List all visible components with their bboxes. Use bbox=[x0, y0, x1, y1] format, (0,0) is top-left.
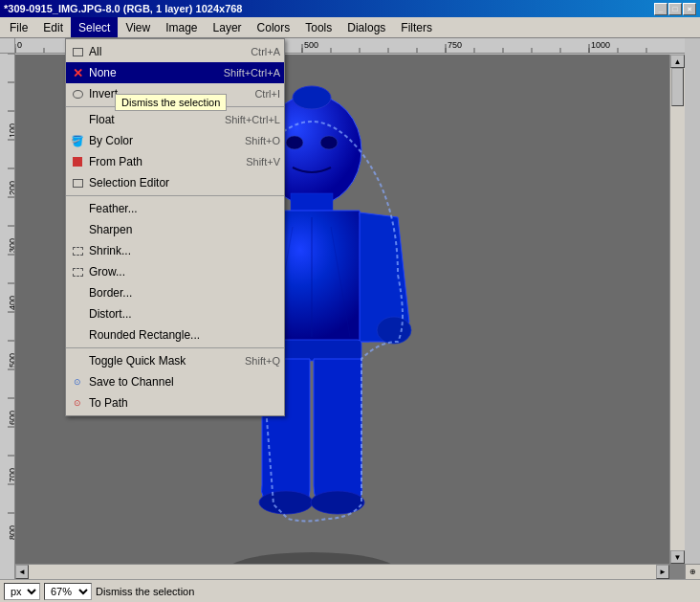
x-icon: ✕ bbox=[73, 67, 83, 79]
menu-item-grow[interactable]: Grow... bbox=[66, 261, 284, 282]
menu-item-none[interactable]: ✕ None Shift+Ctrl+A bbox=[66, 62, 284, 83]
scroll-right-button[interactable]: ► bbox=[656, 565, 669, 579]
tooltip-text: Dismiss the selection bbox=[121, 97, 220, 108]
save-channel-icon: ⊙ bbox=[70, 374, 85, 390]
scroll-up-button[interactable]: ▲ bbox=[670, 55, 685, 68]
rounded-rectangle-label: Rounded Rectangle... bbox=[89, 328, 280, 342]
menu-item-save-to-channel[interactable]: ⊙ Save to Channel bbox=[66, 371, 284, 392]
none-icon: ✕ bbox=[70, 65, 85, 80]
feather-label: Feather... bbox=[89, 202, 280, 215]
from-path-label: From Path bbox=[89, 155, 238, 168]
ruler-v-canvas bbox=[0, 54, 15, 579]
menu-item-shrink[interactable]: Shrink... bbox=[66, 240, 284, 261]
window-controls[interactable]: _ □ × bbox=[654, 3, 696, 15]
from-path-shortcut: Shift+V bbox=[246, 156, 280, 167]
border-label: Border... bbox=[89, 286, 280, 300]
by-color-icon: 🪣 bbox=[70, 133, 85, 148]
menu-select[interactable]: Select bbox=[71, 17, 118, 37]
path-icon: ⊙ bbox=[74, 398, 81, 408]
selection-editor-icon bbox=[70, 175, 85, 190]
svg-point-0 bbox=[226, 552, 398, 564]
menu-filters[interactable]: Filters bbox=[393, 17, 440, 37]
svg-point-13 bbox=[320, 136, 338, 149]
menu-item-float[interactable]: Float Shift+Ctrl+L bbox=[66, 109, 284, 130]
to-path-icon: ⊙ bbox=[70, 395, 85, 411]
grow-icon bbox=[70, 264, 85, 279]
svg-point-10 bbox=[259, 491, 313, 514]
window-title: *309-0915_IMG.JPG-8.0 (RGB, 1 layer) 102… bbox=[4, 3, 242, 14]
menu-dialogs[interactable]: Dialogs bbox=[339, 17, 393, 37]
menu-tools[interactable]: Tools bbox=[297, 17, 339, 37]
svg-point-12 bbox=[286, 136, 303, 149]
menu-section-3: Feather... Sharpen Shrink... Grow... Bor… bbox=[66, 196, 284, 348]
menu-item-to-path[interactable]: ⊙ To Path bbox=[66, 392, 284, 413]
menu-item-border[interactable]: Border... bbox=[66, 282, 284, 303]
menu-section-4: Toggle Quick Mask Shift+Q ⊙ Save to Chan… bbox=[66, 348, 284, 415]
scroll-down-button[interactable]: ▼ bbox=[670, 550, 685, 564]
menu-layer[interactable]: Layer bbox=[206, 17, 250, 37]
distort-label: Distort... bbox=[89, 307, 280, 321]
none-shortcut: Shift+Ctrl+A bbox=[224, 67, 280, 78]
menu-item-by-color[interactable]: 🪣 By Color Shift+O bbox=[66, 130, 284, 151]
status-bar: px cm in % 25% 50% 67% 100% Dismiss the … bbox=[0, 579, 700, 602]
channel-icon: ⊙ bbox=[74, 377, 81, 387]
ruler-vertical bbox=[0, 54, 15, 579]
shrink-icon bbox=[70, 243, 85, 258]
ellipse-icon bbox=[73, 90, 83, 99]
ruler-corner bbox=[0, 38, 15, 54]
all-shortcut: Ctrl+A bbox=[251, 46, 280, 57]
quick-mask-icon bbox=[70, 353, 85, 368]
all-icon bbox=[70, 44, 85, 59]
all-label: All bbox=[89, 45, 243, 58]
menu-bar: File Edit Select View Image Layer Colors… bbox=[0, 17, 700, 38]
toggle-quick-mask-label: Toggle Quick Mask bbox=[89, 354, 237, 368]
menu-item-toggle-quick-mask[interactable]: Toggle Quick Mask Shift+Q bbox=[66, 350, 284, 371]
maximize-button[interactable]: □ bbox=[668, 3, 682, 15]
scroll-left-button[interactable]: ◄ bbox=[15, 565, 29, 579]
scrollbar-vertical[interactable]: ▲ ▼ bbox=[669, 55, 685, 564]
menu-section-2: Float Shift+Ctrl+L 🪣 By Color Shift+O Fr… bbox=[66, 107, 284, 196]
distort-icon bbox=[70, 306, 85, 322]
close-button[interactable]: × bbox=[683, 3, 696, 15]
menu-item-from-path[interactable]: From Path Shift+V bbox=[66, 151, 284, 172]
bucket-icon: 🪣 bbox=[71, 135, 84, 147]
menu-item-rounded-rectangle[interactable]: Rounded Rectangle... bbox=[66, 324, 284, 346]
menu-image[interactable]: Image bbox=[158, 17, 205, 37]
dotted-rect2-icon bbox=[73, 268, 83, 277]
from-path-icon bbox=[70, 154, 85, 169]
invert-icon bbox=[70, 86, 85, 101]
shrink-label: Shrink... bbox=[89, 244, 280, 257]
svg-point-2 bbox=[293, 86, 331, 109]
by-color-shortcut: Shift+O bbox=[245, 135, 280, 146]
selection-editor-label: Selection Editor bbox=[89, 176, 273, 190]
save-to-channel-label: Save to Channel bbox=[89, 375, 280, 389]
unit-selector[interactable]: px cm in % bbox=[4, 583, 40, 600]
by-color-label: By Color bbox=[89, 134, 237, 147]
invert-shortcut: Ctrl+I bbox=[254, 88, 280, 100]
dotted-rect-icon bbox=[73, 247, 83, 256]
color-sq-icon bbox=[73, 157, 82, 167]
menu-file[interactable]: File bbox=[2, 17, 35, 37]
menu-item-selection-editor[interactable]: Selection Editor bbox=[66, 172, 284, 193]
to-path-label: To Path bbox=[89, 396, 280, 410]
menu-view[interactable]: View bbox=[118, 17, 158, 37]
scrollbar-horizontal[interactable]: ◄ ► bbox=[15, 564, 669, 579]
border-icon bbox=[70, 285, 85, 301]
svg-point-8 bbox=[377, 317, 411, 344]
menu-item-all[interactable]: All Ctrl+A bbox=[66, 41, 284, 62]
minimize-button[interactable]: _ bbox=[654, 3, 667, 15]
svg-rect-3 bbox=[291, 193, 333, 211]
menu-item-sharpen[interactable]: Sharpen bbox=[66, 219, 284, 240]
scroll-thumb-v[interactable] bbox=[671, 68, 684, 106]
rect-icon bbox=[73, 48, 83, 56]
none-label: None bbox=[89, 66, 216, 79]
sharpen-label: Sharpen bbox=[89, 223, 280, 236]
menu-item-feather[interactable]: Feather... bbox=[66, 198, 284, 219]
float-icon bbox=[70, 112, 85, 127]
zoom-selector[interactable]: 25% 50% 67% 100% bbox=[44, 583, 92, 600]
menu-colors[interactable]: Colors bbox=[250, 17, 298, 37]
menu-item-distort[interactable]: Distort... bbox=[66, 303, 284, 324]
feather-icon bbox=[70, 201, 85, 216]
menu-edit[interactable]: Edit bbox=[35, 17, 71, 37]
title-bar: *309-0915_IMG.JPG-8.0 (RGB, 1 layer) 102… bbox=[0, 0, 700, 17]
